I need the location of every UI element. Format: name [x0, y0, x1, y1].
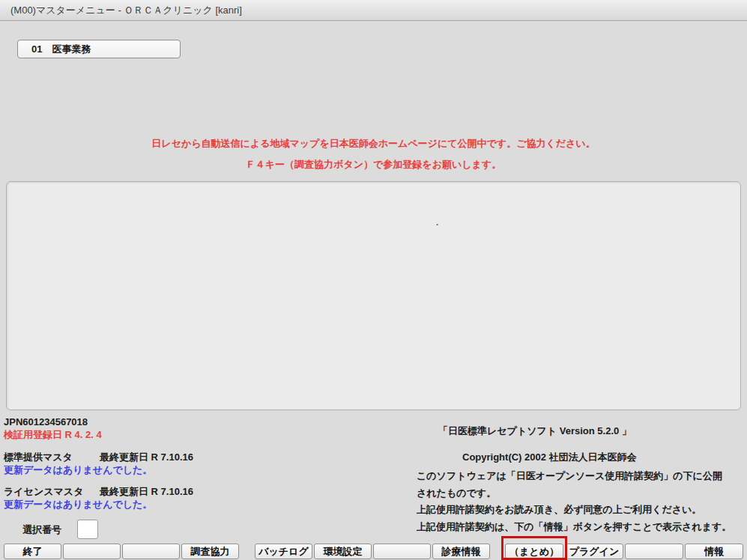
info-button[interactable]: 情報 — [685, 544, 743, 559]
verification-registration-date: 検証用登録日 R 4. 2. 4 — [4, 428, 102, 442]
license-text-3: 上記使用許諾契約をお読み頂き、必ず同意の上ご利用ください。 — [417, 503, 701, 517]
environment-settings-button[interactable]: 環境設定 — [314, 544, 372, 559]
toolbar-group-1: 終了 調査協力 — [4, 544, 239, 559]
standard-master-label: 標準提供マスタ — [4, 451, 100, 464]
toolbar-group-2: バッチログ 環境設定 診療情報 — [255, 544, 490, 559]
selection-number-label: 選択番号 — [22, 523, 61, 537]
serial-number: JPN601234567018 — [4, 416, 88, 427]
window-title: (M00)マスターメニュー - ＯＲＣＡクリニック [kanri] — [10, 0, 242, 21]
toolbar-blank-button-1[interactable] — [63, 544, 121, 559]
license-text-1: このソフトウェアは「日医オープンソース使用許諾契約」の下に公開 — [417, 469, 722, 483]
panel-dot: . — [436, 219, 438, 227]
license-master-label: ライセンスマスタ — [4, 485, 100, 499]
standard-master-row: 標準提供マスタ最終更新日 R 7.10.16 — [4, 451, 193, 464]
standard-master-note: 更新データはありませんでした。 — [4, 463, 152, 477]
copyright-line: Copyright(C) 2002 社団法人日本医師会 — [462, 451, 637, 464]
license-master-note: 更新データはありませんでした。 — [4, 498, 152, 511]
survey-cooperation-button[interactable]: 調査協力 — [181, 544, 239, 559]
license-text-4: 上記使用許諾契約は、下の「情報」ボタンを押すことで表示されます。 — [417, 520, 731, 534]
toolbar-group-3: （まとめ） プラグイン 情報 — [505, 544, 743, 559]
selection-number-input[interactable] — [77, 520, 98, 539]
matome-summary-button[interactable]: （まとめ） — [505, 544, 563, 559]
exit-button[interactable]: 終了 — [4, 544, 61, 559]
license-text-2: されたものです。 — [417, 487, 496, 500]
software-version: 「日医標準レセプトソフト Version 5.2.0 」 — [438, 424, 632, 438]
toolbar-blank-button-3[interactable] — [373, 544, 431, 559]
batch-log-button[interactable]: バッチログ — [255, 544, 312, 559]
master-menu-screen: (M00)マスターメニュー - ＯＲＣＡクリニック [kanri] 01 医事業… — [0, 0, 747, 560]
toolbar-blank-button-2[interactable] — [122, 544, 180, 559]
license-master-row: ライセンスマスタ最終更新日 R 7.10.16 — [4, 485, 193, 499]
menu-item-01-medical-office-work[interactable]: 01 医事業務 — [17, 40, 181, 58]
notice-line-2: Ｆ４キー（調査協力ボタン）で参加登録をお願いします。 — [0, 158, 747, 171]
license-master-updated: 最終更新日 R 7.10.16 — [100, 486, 193, 497]
toolbar-blank-button-4[interactable] — [625, 544, 683, 559]
menu-list-panel: . — [6, 181, 741, 410]
window-titlebar: (M00)マスターメニュー - ＯＲＣＡクリニック [kanri] — [0, 0, 747, 21]
medical-info-button[interactable]: 診療情報 — [432, 544, 490, 559]
standard-master-updated: 最終更新日 R 7.10.16 — [100, 451, 193, 463]
notice-line-1: 日レセから自動送信による地域マップを日本医師会ホームページにて公開中です。ご協力… — [0, 137, 747, 150]
plugin-button[interactable]: プラグイン — [565, 544, 623, 559]
